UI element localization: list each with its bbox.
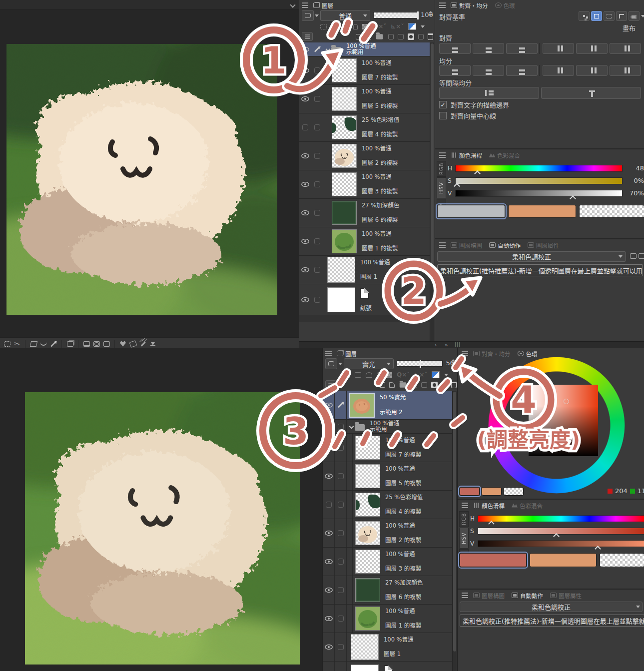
layer-thumbnail[interactable] — [332, 87, 357, 111]
combine-layer-icon[interactable] — [398, 34, 404, 39]
apply-mask-icon[interactable] — [442, 382, 448, 388]
tab-color-mix[interactable]: 色彩混合 — [510, 502, 545, 510]
visibility-toggle[interactable] — [299, 199, 311, 227]
adjust-icon[interactable] — [101, 339, 111, 348]
two-pen-icon[interactable] — [355, 372, 361, 378]
align-top-button[interactable] — [543, 43, 574, 54]
slider-track-v[interactable] — [478, 540, 644, 547]
visibility-toggle[interactable] — [323, 391, 335, 419]
layer-row[interactable]: 100 %普通圖層 7 的複製 — [323, 434, 453, 462]
transfer-layer-icon[interactable] — [388, 34, 394, 39]
visibility-toggle[interactable] — [323, 491, 335, 519]
layer-checkbox[interactable] — [311, 199, 323, 227]
tab-auto-action[interactable]: 自動動作 — [487, 241, 523, 249]
align-bottom-button[interactable] — [610, 43, 641, 54]
layer-thumbnail[interactable] — [355, 550, 380, 574]
panel-menu-icon[interactable] — [462, 351, 468, 356]
layer-thumbnail[interactable] — [327, 257, 355, 283]
visibility-toggle[interactable] — [323, 633, 335, 661]
folder-expand-chevron[interactable] — [326, 47, 331, 52]
layer-thumbnail[interactable] — [355, 578, 380, 602]
distribute-right-button[interactable] — [610, 65, 641, 76]
panel-menu-icon[interactable] — [462, 503, 468, 508]
equal-space-horizontal-button[interactable] — [541, 87, 641, 99]
tab-layers[interactable]: 圖層 — [311, 1, 335, 9]
blend-mode-dropdown[interactable]: 普通 — [320, 10, 370, 21]
visibility-toggle[interactable] — [323, 548, 335, 576]
chevron-down-icon[interactable] — [421, 25, 425, 28]
edit-pencil-icon[interactable] — [335, 391, 347, 419]
copy-action-icon[interactable] — [630, 253, 637, 259]
panel-menu-icon[interactable] — [302, 2, 308, 8]
layer-row[interactable]: 100 %普通圖層 7 的複製 — [299, 56, 430, 85]
transparent-swatch[interactable] — [579, 205, 644, 218]
layer-row[interactable]: 100 %普通圖層 2 的複製 — [323, 519, 453, 548]
download-icon[interactable] — [148, 339, 158, 348]
align-vcenter-button[interactable] — [576, 43, 608, 54]
visibility-toggle[interactable] — [323, 576, 335, 604]
visibility-toggle[interactable] — [323, 662, 335, 671]
visibility-toggle[interactable] — [299, 170, 311, 198]
distribute-vcenter-button[interactable] — [473, 65, 504, 76]
auto-action-item[interactable]: 柔和色調校正(推特推薦法)-新增一個透明圖層在最上層並點擊就可以用了 — [460, 615, 644, 627]
tab-layer-property[interactable]: 圖層屬性 — [526, 241, 561, 249]
tab-align[interactable]: 對齊・均分 — [449, 1, 490, 9]
panel-menu-icon[interactable] — [325, 351, 332, 356]
canvas-icon[interactable] — [81, 339, 91, 348]
new-folder-icon[interactable] — [376, 34, 383, 39]
layer-row[interactable]: 100 %普通圖層 1 — [323, 633, 453, 662]
tab-color-mix[interactable]: 色彩混合 — [487, 151, 522, 159]
two-pen-icon[interactable] — [331, 24, 338, 29]
clip-to-layer-icon[interactable] — [320, 24, 327, 29]
pen-edit-icon[interactable] — [48, 339, 58, 348]
new-vector-layer-icon[interactable] — [366, 34, 372, 39]
artwork-canvas-bottom[interactable] — [25, 392, 300, 665]
tab-layers[interactable]: 圖層 — [335, 350, 359, 358]
layers-stack-icon[interactable] — [65, 339, 75, 348]
slider-track-h[interactable] — [455, 165, 623, 172]
main-color-swatch[interactable] — [437, 205, 505, 218]
import-action-icon[interactable] — [639, 253, 644, 259]
shape-icon[interactable] — [118, 339, 128, 348]
chevron-down-icon[interactable] — [444, 374, 448, 376]
layer-thumbnail[interactable] — [355, 436, 380, 460]
distribute-hcenter-button[interactable] — [576, 65, 608, 76]
grip-icon[interactable]: ||| — [455, 342, 461, 347]
draw-color-box[interactable] — [408, 23, 416, 30]
transform-icon[interactable] — [2, 339, 12, 348]
layer-checkbox[interactable] — [311, 284, 323, 315]
tab-auto-action[interactable]: 自動動作 — [510, 592, 545, 600]
transparent-swatch[interactable] — [504, 487, 524, 496]
align-left-button[interactable] — [439, 43, 471, 54]
layer-thumbnail[interactable] — [349, 393, 375, 418]
slider-track-s[interactable] — [478, 528, 644, 535]
layer-checkbox[interactable] — [335, 434, 347, 462]
layer-checkbox[interactable] — [335, 519, 347, 547]
layer-checkbox[interactable] — [335, 420, 347, 433]
tab-hsv[interactable]: HSV — [437, 177, 446, 198]
align-right-button[interactable] — [506, 43, 538, 54]
tab-align[interactable]: 對齊・均分 — [471, 350, 513, 358]
layer-row-paper[interactable]: 紙張 — [299, 284, 430, 315]
visibility-toggle[interactable] — [299, 85, 311, 113]
layer-color-combo[interactable] — [302, 10, 314, 21]
tab-layer-comp[interactable]: 圖層構圖 — [471, 592, 507, 600]
layer-folder-row[interactable]: 100 %普通示範用 — [299, 42, 430, 56]
visibility-toggle[interactable] — [323, 605, 335, 633]
polyline-icon[interactable] — [28, 339, 38, 348]
layer-row[interactable]: 100 %普通圖層 3 的複製 — [299, 170, 430, 199]
slider-track-h[interactable] — [478, 515, 644, 522]
layer-row[interactable]: 25 %色彩增值圖層 4 的複製 — [299, 113, 430, 142]
layer-folder-row[interactable]: 100 %普通示範用 — [323, 420, 453, 434]
opacity-slider[interactable] — [397, 360, 443, 367]
layer-checkbox[interactable] — [311, 170, 323, 198]
align-base-list-icon[interactable] — [629, 11, 640, 21]
combine-layer-icon[interactable] — [421, 382, 427, 388]
layer-thumbnail[interactable] — [355, 464, 380, 488]
visibility-toggle[interactable] — [299, 142, 311, 170]
quick-mask-icon[interactable]: Q×˅ — [397, 371, 410, 378]
panel-menu-icon[interactable] — [439, 2, 446, 8]
layer-checkbox[interactable] — [335, 576, 347, 604]
visibility-toggle[interactable] — [323, 462, 335, 490]
tab-rgb[interactable]: RGB — [437, 161, 446, 177]
